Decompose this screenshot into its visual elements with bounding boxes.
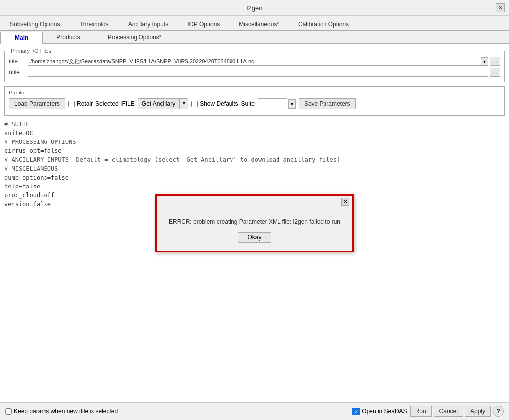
error-dialog: ✕ ERROR: problem creating Parameter XML … <box>155 194 354 252</box>
bottom-right: ✓ Open in SeaDAS Run Cancel Apply ? <box>352 406 504 417</box>
modal-body: ERROR: problem creating Parameter XML fi… <box>157 208 352 251</box>
tab-products[interactable]: Products <box>43 32 93 43</box>
open-in-seadas-group: ✓ Open in SeaDAS <box>352 408 407 415</box>
action-buttons: Run Cancel Apply ? <box>410 406 504 417</box>
keep-params-label[interactable]: Keep params when new ifile is selected <box>5 408 118 415</box>
tab-miscellaneous[interactable]: Miscellaneous* <box>230 18 288 30</box>
cancel-button[interactable]: Cancel <box>434 406 463 417</box>
modal-close-button[interactable]: ✕ <box>341 198 349 206</box>
apply-button[interactable]: Apply <box>465 406 491 417</box>
tab-iop-options[interactable]: IOP Options <box>178 18 229 30</box>
open-in-seadas-checkbox[interactable]: ✓ <box>352 408 360 415</box>
run-button[interactable]: Run <box>410 406 432 417</box>
modal-title-bar: ✕ <box>157 196 352 208</box>
tab-main[interactable]: Main <box>0 32 43 44</box>
main-window: l2gen ✕ Subsetting Options Thresholds An… <box>0 0 509 420</box>
modal-ok-button[interactable]: Okay <box>238 232 271 243</box>
modal-message: ERROR: problem creating Parameter XML fi… <box>169 218 340 225</box>
open-in-seadas-label: Open in SeaDAS <box>362 408 407 415</box>
content-area: Primary I/O Files ifile ▾ ... ofile ... … <box>0 44 509 402</box>
title-bar: l2gen ✕ <box>0 0 509 16</box>
tab-subsetting-options[interactable]: Subsetting Options <box>0 18 69 30</box>
tab-ancillary-inputs[interactable]: Ancillary Inputs <box>119 18 178 30</box>
keep-params-checkbox[interactable] <box>5 408 12 415</box>
tab-thresholds[interactable]: Thresholds <box>70 18 118 30</box>
tab-processing-options[interactable]: Processing Options* <box>94 32 176 43</box>
top-tabs: Subsetting Options Thresholds Ancillary … <box>0 16 509 31</box>
tab-calibration-options[interactable]: Calibration Options <box>289 18 358 30</box>
bottom-left: Keep params when new ifile is selected <box>5 408 118 415</box>
close-button[interactable]: ✕ <box>496 3 505 12</box>
bottom-bar: Keep params when new ifile is selected ✓… <box>0 402 509 420</box>
help-button[interactable]: ? <box>493 406 504 417</box>
second-tabs: Main Products Processing Options* <box>0 31 509 44</box>
modal-overlay: ✕ ERROR: problem creating Parameter XML … <box>0 44 509 402</box>
window-title: l2gen <box>13 4 496 12</box>
